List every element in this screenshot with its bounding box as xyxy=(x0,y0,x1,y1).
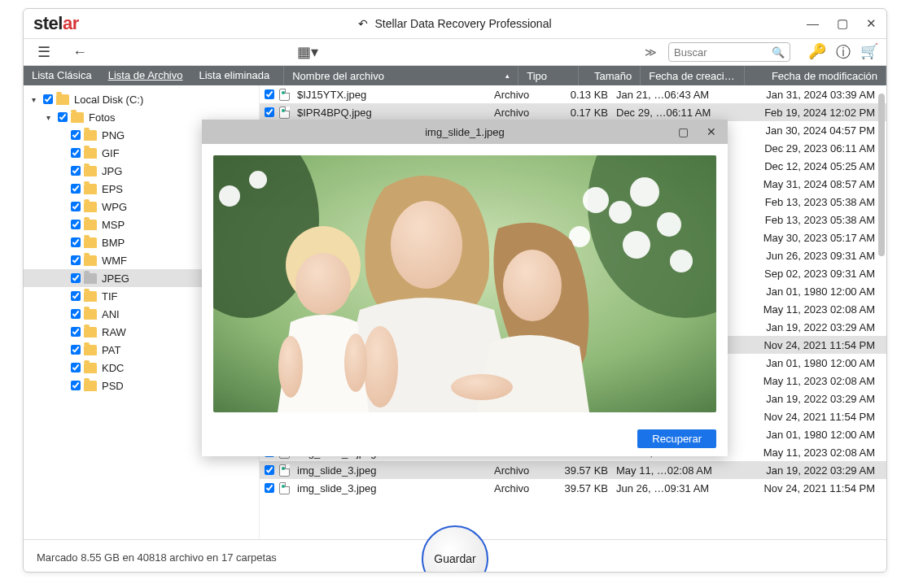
tree-root[interactable]: ▾ Local Disk (C:) xyxy=(24,90,259,108)
svg-point-3 xyxy=(583,187,609,213)
close-button[interactable]: ✕ xyxy=(866,16,877,31)
footer: Marcado 8.55 GB en 40818 archivo en 17 c… xyxy=(24,539,886,572)
svg-point-20 xyxy=(451,374,513,400)
preview-filename: img_slide_1.jpeg xyxy=(425,126,505,138)
tab-deleted[interactable]: Lista eliminada xyxy=(190,66,278,85)
undo-icon[interactable]: ↶ xyxy=(358,17,368,30)
col-size[interactable]: Tamaño xyxy=(579,66,641,85)
table-row[interactable]: img_slide_3.jpegArchivo39.57 KBMay 11, …… xyxy=(260,461,886,479)
svg-point-5 xyxy=(630,177,659,207)
search-input[interactable]: 🔍 xyxy=(668,42,790,62)
col-created[interactable]: Fecha de creaci… xyxy=(641,66,745,85)
table-row[interactable]: $IPR4BPQ.jpegArchivo0.17 KBDec 29, …06:1… xyxy=(260,103,886,121)
svg-point-18 xyxy=(344,333,367,392)
svg-point-8 xyxy=(623,231,650,259)
svg-point-9 xyxy=(670,250,693,272)
svg-point-11 xyxy=(249,171,267,189)
preview-maximize-button[interactable]: ▢ xyxy=(678,125,689,138)
col-modified[interactable]: Fecha de modificación xyxy=(745,66,886,85)
recover-button[interactable]: Recuperar xyxy=(637,429,716,448)
app-logo: stelar xyxy=(33,13,79,34)
col-type[interactable]: Tipo xyxy=(518,66,579,85)
preview-titlebar[interactable]: img_slide_1.jpeg ▢ ✕ xyxy=(202,120,728,144)
col-name[interactable]: Nombre del archivo▴ xyxy=(284,66,518,85)
table-row[interactable]: img_slide_3.jpegArchivo39.57 KBJun 26, …… xyxy=(260,479,886,497)
svg-point-17 xyxy=(278,336,303,398)
svg-point-13 xyxy=(362,326,398,407)
table-row[interactable]: $IJ15YTX.jpegArchivo0.13 KBJan 21, …06:4… xyxy=(260,85,886,103)
minimize-button[interactable]: — xyxy=(807,16,819,31)
scrollbar[interactable] xyxy=(877,85,885,539)
maximize-button[interactable]: ▢ xyxy=(837,16,848,31)
svg-point-16 xyxy=(295,253,351,315)
cart-icon[interactable]: 🛒 xyxy=(860,42,878,62)
view-tabs: Lista Clásica Lista de Archivo Lista eli… xyxy=(24,66,886,85)
svg-point-6 xyxy=(657,212,681,237)
toolbar: ☰ ← ▦▾ ≫ 🔍 🔑 ⓘ 🛒 xyxy=(24,38,886,66)
status-text: Marcado 8.55 GB en 40818 archivo en 17 c… xyxy=(37,551,277,564)
menu-button[interactable]: ☰ xyxy=(32,41,56,63)
tab-classic[interactable]: Lista Clásica xyxy=(24,66,100,85)
search-field[interactable] xyxy=(674,46,772,59)
collapse-icon[interactable]: ≫ xyxy=(645,46,657,59)
svg-point-10 xyxy=(219,185,240,207)
back-button[interactable]: ← xyxy=(68,41,92,63)
help-icon[interactable]: ⓘ xyxy=(836,42,851,62)
svg-point-4 xyxy=(609,201,632,224)
grid-view-button[interactable]: ▦▾ xyxy=(295,41,320,63)
key-icon[interactable]: 🔑 xyxy=(808,42,826,62)
tab-file-list[interactable]: Lista de Archivo xyxy=(100,66,191,85)
preview-close-button[interactable]: ✕ xyxy=(707,125,716,138)
preview-image xyxy=(213,155,716,412)
search-icon[interactable]: 🔍 xyxy=(772,46,785,59)
preview-panel: img_slide_1.jpeg ▢ ✕ xyxy=(202,120,728,456)
svg-point-19 xyxy=(503,250,562,321)
titlebar: stelar ↶ Stellar Data Recovery Professio… xyxy=(24,9,886,38)
window-title: ↶ Stellar Data Recovery Professional xyxy=(358,17,551,30)
svg-point-12 xyxy=(391,201,462,289)
